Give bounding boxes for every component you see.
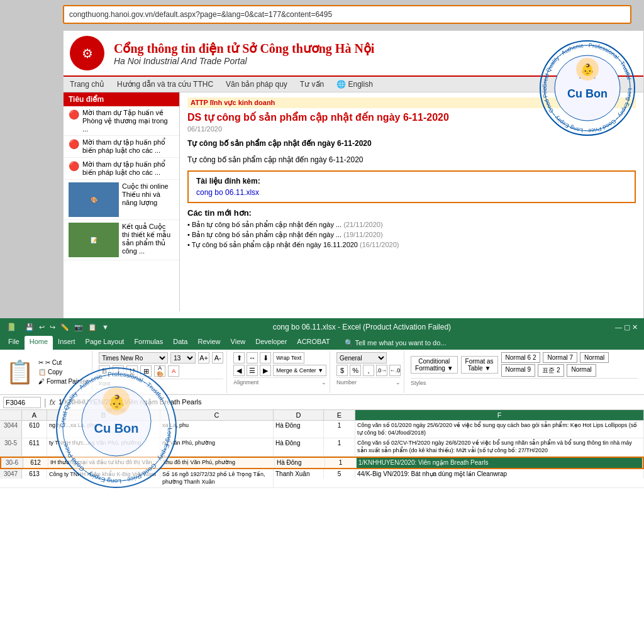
menu-formulas[interactable]: Formulas <box>129 336 168 350</box>
sidebar-item-2[interactable]: 🔴 Mời tham dự tập huấn phổ biến pháp luậ… <box>64 158 179 180</box>
cut-icon: ✂ <box>38 359 43 366</box>
font-size-select[interactable]: 13 <box>170 352 196 364</box>
increase-decimal-btn[interactable]: .0→ <box>376 365 387 376</box>
news-item-2[interactable]: Tự công bố sản phẩm cập nhật đến ngày 16… <box>187 241 636 249</box>
redo-icon[interactable]: ↪ <box>50 323 55 331</box>
edit-icon[interactable]: ✏️ <box>60 323 69 331</box>
cell-d-610[interactable]: Hà Đông <box>274 421 324 438</box>
font-increase-btn[interactable]: A+ <box>198 352 209 364</box>
url-bar[interactable]: congthuong.hanoi.gov.vn/default.aspx?pag… <box>63 5 631 24</box>
col-header-f[interactable]: F <box>355 410 644 420</box>
align-bottom-btn[interactable]: ⬇ <box>260 352 271 364</box>
style-normal7[interactable]: Normal 7 <box>543 352 577 363</box>
style-normal-right[interactable]: Normal <box>580 352 609 363</box>
style-row2: Normal 9 표준 2 Normal <box>501 364 609 377</box>
sidebar-item-1[interactable]: 🔴 Mời tham dự tập huấn phổ biến pháp luậ… <box>64 136 179 158</box>
menu-insert[interactable]: Insert <box>53 336 80 350</box>
number-format-select[interactable]: General <box>336 352 387 364</box>
decrease-decimal-btn[interactable]: ←.0 <box>389 365 401 376</box>
col-header-a[interactable]: A <box>22 410 47 420</box>
camera-icon[interactable]: 📷 <box>74 323 83 331</box>
font-decrease-btn[interactable]: A- <box>212 352 223 364</box>
dropdown-icon[interactable]: ▼ <box>102 323 109 331</box>
menu-data[interactable]: Data <box>168 336 192 350</box>
cell-e-610[interactable]: 1 <box>324 421 355 438</box>
cell-e-611[interactable]: 1 <box>324 438 355 455</box>
cell-a-612[interactable]: 612 <box>23 458 48 468</box>
cell-f-612[interactable]: 1/KNHHUYEN/2020: Viên ngậm Breath Pearls <box>357 458 643 468</box>
number-group: General $ % , .0→ ←.0 Number⌄ <box>333 351 404 393</box>
align-left-btn[interactable]: ◀ <box>233 365 245 376</box>
currency-btn[interactable]: $ <box>336 365 348 376</box>
menu-review[interactable]: Review <box>192 336 225 350</box>
cell-d-611[interactable]: Hà Đông <box>274 438 324 455</box>
style-normal-bottom[interactable]: Normal <box>567 364 596 377</box>
main-body-2: Tự công bố sản phẩm cập nhật đến ngày 6-… <box>187 154 636 165</box>
nav-huongdan[interactable]: Hướng dẫn và tra cứu TTHC <box>117 80 213 89</box>
sidebar-item-0[interactable]: 🔴 Mời tham dự Tập huấn về Phòng vệ thươn… <box>64 106 179 136</box>
save-icon[interactable]: 💾 <box>25 323 34 331</box>
nav-english[interactable]: 🌐 English <box>336 80 373 89</box>
svg-text:👶: 👶 <box>580 63 595 77</box>
cell-f-613[interactable]: 44/K-Big VN/2019: Bát nhựa dùng một lần … <box>355 469 644 479</box>
col-header-e[interactable]: E <box>324 410 355 420</box>
cell-f-611[interactable]: Công văn số 02/CV-TH/2020 ngày 26/6/2020… <box>355 438 644 455</box>
cell-a-610[interactable]: 610 <box>22 421 47 438</box>
menu-home[interactable]: Home <box>25 336 53 350</box>
sidebar-item-4[interactable]: 📝 Kết quả Cuộc thi thiết kế mẫu sản phẩm… <box>64 220 179 260</box>
cell-e-613[interactable]: 5 <box>324 469 355 479</box>
menu-file[interactable]: File <box>3 336 25 350</box>
cell-a-613[interactable]: 613 <box>22 469 47 479</box>
cubon-watermark-excel: Great Quality - Authenic - Professional … <box>53 365 179 491</box>
paste-icon[interactable]: 📋 <box>6 359 34 386</box>
nav-tuvan[interactable]: Tư vấn <box>300 80 324 89</box>
conditional-formatting-btn[interactable]: ConditionalFormatting ▼ <box>411 356 457 374</box>
attachment-link[interactable]: cong bo 06.11.xlsx <box>196 188 259 197</box>
excel-logo-icon: 📗 <box>6 323 16 331</box>
cell-reference-input[interactable] <box>3 397 41 408</box>
nav-vanbannphapluat[interactable]: Văn bản pháp quy <box>226 80 287 89</box>
svg-text:Cu Bon: Cu Bon <box>567 87 608 100</box>
style-normal9[interactable]: Normal 9 <box>501 364 536 377</box>
clipboard-title-icon[interactable]: 📋 <box>88 323 97 331</box>
bullet-icon-1: 🔴 <box>69 139 79 149</box>
cell-e-612[interactable]: 1 <box>325 458 357 468</box>
menu-developer[interactable]: Developer <box>250 336 292 350</box>
wrap-text-btn[interactable]: Wrap Text <box>273 352 304 364</box>
cell-d-612[interactable]: Hà Đông <box>275 458 325 468</box>
styles-group: ConditionalFormatting ▼ Format asTable ▼… <box>408 351 641 393</box>
formula-divider: | <box>44 397 47 408</box>
align-middle-btn[interactable]: ↔ <box>247 352 258 364</box>
undo-icon[interactable]: ↩ <box>39 323 45 331</box>
col-header-d[interactable]: D <box>274 410 324 420</box>
sidebar-item-3[interactable]: 🎨 Cuộc thi online Thiếu nhi và năng lượn… <box>64 180 179 220</box>
excel-menubar[interactable]: File Home Insert Page Layout Formulas Da… <box>0 336 644 350</box>
format-as-table-btn[interactable]: Format asTable ▼ <box>461 356 498 374</box>
site-subtitle: Ha Noi Industrial And Trade Portal <box>114 56 374 66</box>
window-controls[interactable]: — ▢ ✕ <box>615 323 638 331</box>
cell-f-610[interactable]: Công văn số 01/2020 ngày 25/6/2020 về vi… <box>355 421 644 438</box>
nav-trangchu[interactable]: Trang chủ <box>70 80 104 89</box>
percent-btn[interactable]: % <box>350 365 361 376</box>
style-pyojun2[interactable]: 표준 2 <box>538 364 564 377</box>
cell-d-613[interactable]: Thanh Xuân <box>274 469 324 479</box>
align-center-btn[interactable]: ☰ <box>247 365 258 376</box>
comma-btn[interactable]: , <box>363 365 374 376</box>
font-name-select[interactable]: Times New Ro <box>99 352 168 364</box>
site-title: Cổng thông tin điện tử Sở Công thương Hà… <box>114 41 374 56</box>
copy-icon: 📋 <box>38 369 46 375</box>
menu-page-layout[interactable]: Page Layout <box>80 336 130 350</box>
cell-a-611[interactable]: 611 <box>22 438 47 455</box>
align-top-btn[interactable]: ⬆ <box>233 352 245 364</box>
style-normal62[interactable]: Normal 6 2 <box>501 352 541 363</box>
news-item-0[interactable]: Bản tự công bố sản phẩm cập nhật đến ngà… <box>187 221 636 229</box>
news-item-1[interactable]: Bản tự công bố sản phẩm cập nhật đến ngà… <box>187 231 636 239</box>
merge-center-btn[interactable]: Merge & Center ▼ <box>273 365 326 376</box>
menu-view[interactable]: View <box>226 336 251 350</box>
row-number: 30-5 <box>0 438 22 455</box>
menu-acrobat[interactable]: ACROBAT <box>292 336 335 350</box>
row-num-header <box>0 410 22 420</box>
align-right-btn[interactable]: ▶ <box>260 365 271 376</box>
tell-me-search[interactable]: 🔍 Tell me what you want to do... <box>345 336 447 350</box>
alignment-group-title: Alignment⌄ <box>233 377 326 386</box>
